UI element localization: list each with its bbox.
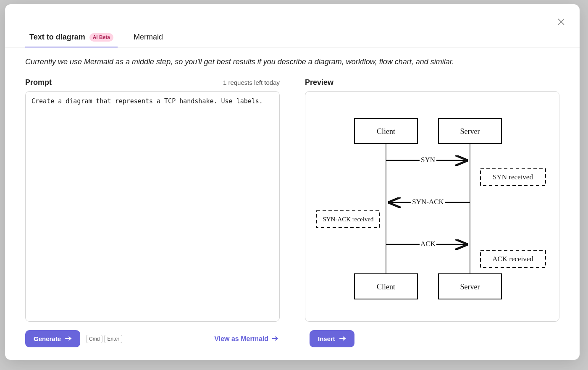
sequence-diagram: Client Server SYN SYN received (315, 110, 550, 303)
prompt-header: Prompt 1 requests left today (25, 78, 280, 87)
preview-header: Preview (305, 78, 559, 87)
arrow-right-icon (65, 335, 72, 342)
generate-label: Generate (34, 335, 61, 342)
content-area: Prompt 1 requests left today Preview (5, 66, 580, 322)
tab-text-to-diagram[interactable]: Text to diagram AI Beta (25, 28, 118, 47)
preview-canvas: Client Server SYN SYN received (305, 91, 559, 322)
action-bar: Generate Cmd Enter View as Mermaid Inser… (5, 322, 580, 360)
ack-received-label: ACK received (492, 255, 533, 263)
tab-bar: Text to diagram AI Beta Mermaid (5, 28, 580, 47)
server-label: Server (460, 127, 480, 136)
kbd-cmd: Cmd (86, 335, 102, 343)
ai-beta-badge: AI Beta (89, 33, 113, 42)
syn-ack-received-label: SYN-ACK received (323, 216, 374, 223)
close-button[interactable] (555, 16, 567, 28)
view-as-mermaid-link[interactable]: View as Mermaid (214, 335, 278, 343)
preview-label: Preview (305, 78, 333, 87)
view-as-mermaid-label: View as Mermaid (214, 335, 268, 343)
close-icon (556, 17, 566, 26)
kbd-enter: Enter (104, 335, 122, 343)
preview-column: Preview Client Server (305, 78, 559, 322)
tab-label: Mermaid (134, 33, 163, 42)
server-bottom-label: Server (460, 283, 480, 291)
arrow-right-icon (339, 335, 346, 342)
syn-received-label: SYN received (493, 173, 533, 181)
shortcut-hint: Cmd Enter (86, 335, 122, 343)
insert-button[interactable]: Insert (310, 330, 354, 347)
prompt-input[interactable] (25, 91, 280, 322)
generate-button[interactable]: Generate (25, 330, 80, 347)
syn-ack-label: SYN-ACK (412, 198, 444, 206)
diagram-modal: Text to diagram AI Beta Mermaid Currentl… (5, 4, 580, 360)
arrow-right-icon (272, 335, 278, 343)
ack-label: ACK (420, 240, 436, 248)
syn-label: SYN (421, 156, 435, 164)
tab-mermaid[interactable]: Mermaid (129, 28, 167, 47)
client-bottom-label: Client (377, 283, 395, 291)
client-label: Client (377, 127, 395, 136)
prompt-label: Prompt (25, 78, 52, 87)
prompt-column: Prompt 1 requests left today (25, 78, 280, 322)
tab-label: Text to diagram (29, 33, 85, 42)
requests-left: 1 requests left today (223, 79, 280, 86)
insert-label: Insert (318, 335, 335, 342)
hint-text: Currently we use Mermaid as a middle ste… (5, 47, 580, 66)
